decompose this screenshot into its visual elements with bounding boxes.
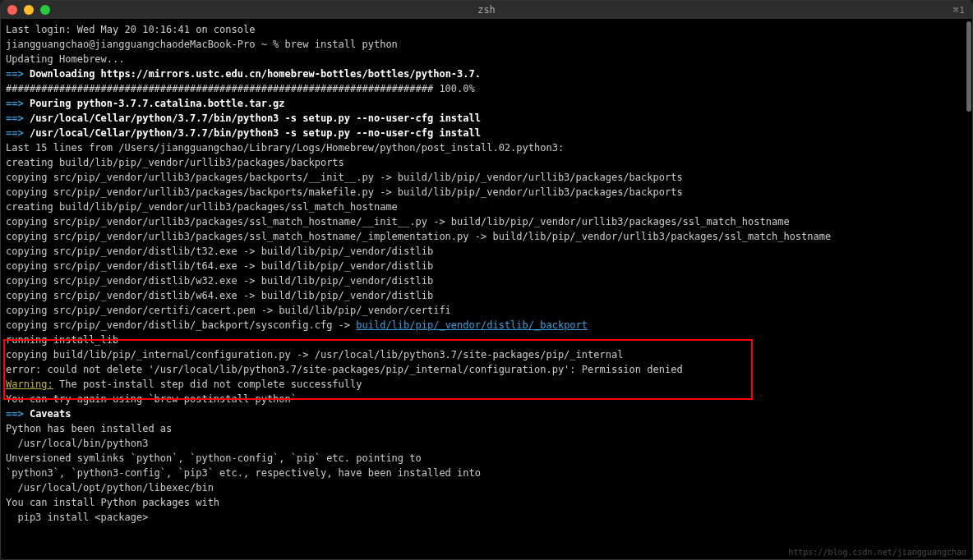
arrow-icon: ==> [6, 408, 24, 420]
terminal-line: creating build/lib/pip/_vendor/urllib3/p… [6, 155, 967, 170]
terminal-line: `python3`, `python3-config`, `pip3` etc.… [6, 466, 967, 480]
traffic-lights [7, 5, 50, 15]
terminal-line: copying src/pip/_vendor/distlib/t64.exe … [6, 259, 967, 273]
arrow-icon: ==> [6, 112, 24, 124]
terminal-body[interactable]: Last login: Wed May 20 10:16:41 on conso… [1, 19, 972, 559]
terminal-line: You can install Python packages with [6, 495, 967, 510]
close-button[interactable] [7, 5, 17, 15]
terminal-line: Updating Homebrew... [6, 52, 967, 67]
terminal-line: pip3 install <package> [6, 510, 967, 525]
terminal-line: ==> Downloading https://mirrors.ustc.edu… [6, 67, 967, 81]
warning-label: Warning: [6, 379, 53, 390]
minimize-button[interactable] [24, 5, 34, 15]
terminal-line: copying src/pip/_vendor/urllib3/packages… [6, 185, 967, 200]
titlebar: zsh ⌘1 [1, 1, 972, 19]
terminal-line: You can try again using `brew postinstal… [6, 392, 967, 406]
terminal-line: copying src/pip/_vendor/urllib3/packages… [6, 229, 967, 244]
window-title: zsh [477, 4, 496, 16]
titlebar-shortcut: ⌘1 [953, 5, 966, 16]
terminal-line: copying src/pip/_vendor/distlib/t32.exe … [6, 244, 967, 259]
terminal-line: /usr/local/opt/python/libexec/bin [6, 480, 967, 495]
terminal-line: Unversioned symlinks `python`, `python-c… [6, 451, 967, 466]
terminal-line: ########################################… [6, 81, 967, 96]
terminal-line: copying src/pip/_vendor/urllib3/packages… [6, 214, 967, 229]
terminal-line: ==> Pouring python-3.7.7.catalina.bottle… [6, 96, 967, 111]
terminal-line: Last 15 lines from /Users/jiangguangchao… [6, 140, 967, 155]
terminal-line: ==> /usr/local/Cellar/python/3.7.7/bin/p… [6, 126, 967, 140]
terminal-window: zsh ⌘1 Last login: Wed May 20 10:16:41 o… [0, 0, 973, 560]
terminal-line: jiangguangchao@jiangguangchaodeMacBook-P… [6, 37, 967, 52]
terminal-line: ==> /usr/local/Cellar/python/3.7.7/bin/p… [6, 111, 967, 126]
terminal-line: Last login: Wed May 20 10:16:41 on conso… [6, 22, 967, 37]
terminal-line: ==> Caveats [6, 406, 967, 421]
heading-text: /usr/local/Cellar/python/3.7.7/bin/pytho… [24, 112, 481, 124]
text-prefix: copying src/pip/_vendor/distlib/_backpor… [6, 319, 356, 331]
terminal-line: copying src/pip/_vendor/certifi/cacert.p… [6, 303, 967, 318]
terminal-line: Warning: The post-install step did not c… [6, 377, 967, 392]
terminal-line: copying src/pip/_vendor/distlib/_backpor… [6, 318, 967, 333]
warning-text: The post-install step did not complete s… [53, 379, 362, 390]
maximize-button[interactable] [40, 5, 50, 15]
heading-text: Caveats [24, 408, 71, 420]
terminal-line: /usr/local/bin/python3 [6, 436, 967, 451]
heading-text: Downloading https://mirrors.ustc.edu.cn/… [24, 68, 481, 80]
terminal-line: copying src/pip/_vendor/urllib3/packages… [6, 170, 967, 185]
terminal-line: copying src/pip/_vendor/distlib/w32.exe … [6, 273, 967, 288]
path-link[interactable]: build/lib/pip/_vendor/distlib/_backport [356, 319, 588, 331]
terminal-line: copying src/pip/_vendor/distlib/w64.exe … [6, 288, 967, 303]
arrow-icon: ==> [6, 127, 24, 139]
terminal-line: copying build/lib/pip/_internal/configur… [6, 347, 967, 362]
terminal-line: Python has been installed as [6, 421, 967, 436]
scrollbar[interactable] [966, 21, 971, 112]
terminal-line: error: could not delete '/usr/local/lib/… [6, 362, 967, 377]
arrow-icon: ==> [6, 68, 24, 80]
heading-text: Pouring python-3.7.7.catalina.bottle.tar… [24, 98, 285, 109]
heading-text: /usr/local/Cellar/python/3.7.7/bin/pytho… [24, 127, 481, 139]
terminal-line: creating build/lib/pip/_vendor/urllib3/p… [6, 200, 967, 214]
arrow-icon: ==> [6, 98, 24, 109]
terminal-line: running install_lib [6, 333, 967, 347]
